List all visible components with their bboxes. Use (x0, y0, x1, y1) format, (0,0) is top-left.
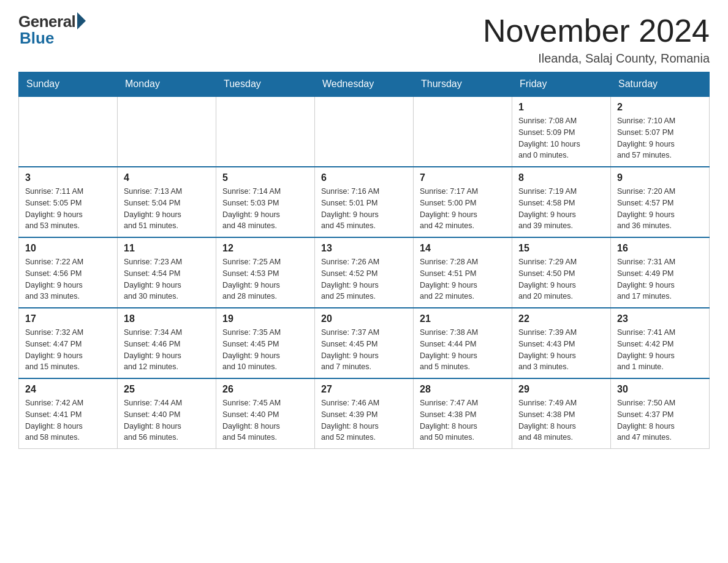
day-number: 13 (321, 243, 407, 254)
calendar-cell: 4Sunrise: 7:13 AM Sunset: 5:04 PM Daylig… (118, 167, 216, 237)
calendar-cell: 2Sunrise: 7:10 AM Sunset: 5:07 PM Daylig… (611, 96, 710, 167)
day-number: 22 (518, 313, 604, 324)
logo-blue-text: Blue (20, 29, 54, 48)
calendar-cell: 15Sunrise: 7:29 AM Sunset: 4:50 PM Dayli… (512, 237, 611, 308)
day-info: Sunrise: 7:26 AM Sunset: 4:52 PM Dayligh… (321, 256, 407, 302)
calendar-cell: 19Sunrise: 7:35 AM Sunset: 4:45 PM Dayli… (216, 308, 315, 378)
day-number: 24 (25, 384, 111, 395)
day-info: Sunrise: 7:11 AM Sunset: 5:05 PM Dayligh… (25, 186, 111, 232)
day-info: Sunrise: 7:34 AM Sunset: 4:46 PM Dayligh… (124, 327, 210, 373)
calendar-cell (118, 96, 216, 167)
calendar-week-row: 17Sunrise: 7:32 AM Sunset: 4:47 PM Dayli… (19, 308, 710, 378)
day-number: 25 (124, 384, 210, 395)
day-number: 2 (617, 102, 703, 113)
day-number: 30 (617, 384, 703, 395)
day-of-week-header: Monday (118, 72, 216, 97)
day-number: 26 (222, 384, 308, 395)
calendar-cell (414, 96, 512, 167)
day-of-week-header: Wednesday (315, 72, 414, 97)
day-of-week-header: Sunday (19, 72, 118, 97)
calendar-cell: 18Sunrise: 7:34 AM Sunset: 4:46 PM Dayli… (118, 308, 216, 378)
day-info: Sunrise: 7:44 AM Sunset: 4:40 PM Dayligh… (124, 397, 210, 443)
calendar-cell: 5Sunrise: 7:14 AM Sunset: 5:03 PM Daylig… (216, 167, 315, 237)
day-info: Sunrise: 7:39 AM Sunset: 4:43 PM Dayligh… (518, 327, 604, 373)
day-number: 19 (222, 313, 308, 324)
calendar-cell: 21Sunrise: 7:38 AM Sunset: 4:44 PM Dayli… (414, 308, 512, 378)
day-info: Sunrise: 7:22 AM Sunset: 4:56 PM Dayligh… (25, 256, 111, 302)
day-info: Sunrise: 7:08 AM Sunset: 5:09 PM Dayligh… (518, 115, 604, 161)
day-of-week-header: Saturday (611, 72, 710, 97)
day-of-week-header: Thursday (414, 72, 512, 97)
day-info: Sunrise: 7:45 AM Sunset: 4:40 PM Dayligh… (222, 397, 308, 443)
calendar-cell: 9Sunrise: 7:20 AM Sunset: 4:57 PM Daylig… (611, 167, 710, 237)
day-number: 6 (321, 172, 407, 183)
day-info: Sunrise: 7:14 AM Sunset: 5:03 PM Dayligh… (222, 186, 308, 232)
calendar-cell: 29Sunrise: 7:49 AM Sunset: 4:38 PM Dayli… (512, 378, 611, 449)
day-info: Sunrise: 7:49 AM Sunset: 4:38 PM Dayligh… (518, 397, 604, 443)
calendar-cell: 14Sunrise: 7:28 AM Sunset: 4:51 PM Dayli… (414, 237, 512, 308)
calendar-cell (216, 96, 315, 167)
day-number: 1 (518, 102, 604, 113)
day-info: Sunrise: 7:25 AM Sunset: 4:53 PM Dayligh… (222, 256, 308, 302)
logo-arrow-icon (77, 12, 86, 29)
calendar-cell: 20Sunrise: 7:37 AM Sunset: 4:45 PM Dayli… (315, 308, 414, 378)
day-number: 15 (518, 243, 604, 254)
logo: General Blue (18, 12, 86, 48)
calendar-table: SundayMondayTuesdayWednesdayThursdayFrid… (18, 72, 710, 449)
day-info: Sunrise: 7:50 AM Sunset: 4:37 PM Dayligh… (617, 397, 703, 443)
day-info: Sunrise: 7:29 AM Sunset: 4:50 PM Dayligh… (518, 256, 604, 302)
day-info: Sunrise: 7:41 AM Sunset: 4:42 PM Dayligh… (617, 327, 703, 373)
title-section: November 2024 Ileanda, Salaj County, Rom… (483, 12, 710, 66)
day-number: 11 (124, 243, 210, 254)
calendar-cell: 17Sunrise: 7:32 AM Sunset: 4:47 PM Dayli… (19, 308, 118, 378)
day-number: 10 (25, 243, 111, 254)
day-of-week-header: Friday (512, 72, 611, 97)
calendar-cell: 13Sunrise: 7:26 AM Sunset: 4:52 PM Dayli… (315, 237, 414, 308)
day-info: Sunrise: 7:47 AM Sunset: 4:38 PM Dayligh… (420, 397, 506, 443)
calendar-cell: 24Sunrise: 7:42 AM Sunset: 4:41 PM Dayli… (19, 378, 118, 449)
day-info: Sunrise: 7:16 AM Sunset: 5:01 PM Dayligh… (321, 186, 407, 232)
day-number: 17 (25, 313, 111, 324)
day-number: 12 (222, 243, 308, 254)
day-info: Sunrise: 7:35 AM Sunset: 4:45 PM Dayligh… (222, 327, 308, 373)
day-number: 20 (321, 313, 407, 324)
calendar-cell: 26Sunrise: 7:45 AM Sunset: 4:40 PM Dayli… (216, 378, 315, 449)
day-number: 18 (124, 313, 210, 324)
day-number: 3 (25, 172, 111, 183)
location-text: Ileanda, Salaj County, Romania (483, 52, 710, 66)
page-header: General Blue November 2024 Ileanda, Sala… (18, 12, 710, 66)
calendar-cell: 3Sunrise: 7:11 AM Sunset: 5:05 PM Daylig… (19, 167, 118, 237)
day-info: Sunrise: 7:38 AM Sunset: 4:44 PM Dayligh… (420, 327, 506, 373)
calendar-cell: 27Sunrise: 7:46 AM Sunset: 4:39 PM Dayli… (315, 378, 414, 449)
calendar-cell: 30Sunrise: 7:50 AM Sunset: 4:37 PM Dayli… (611, 378, 710, 449)
calendar-cell: 23Sunrise: 7:41 AM Sunset: 4:42 PM Dayli… (611, 308, 710, 378)
day-number: 5 (222, 172, 308, 183)
calendar-cell: 10Sunrise: 7:22 AM Sunset: 4:56 PM Dayli… (19, 237, 118, 308)
calendar-cell: 16Sunrise: 7:31 AM Sunset: 4:49 PM Dayli… (611, 237, 710, 308)
day-of-week-header: Tuesday (216, 72, 315, 97)
day-info: Sunrise: 7:17 AM Sunset: 5:00 PM Dayligh… (420, 186, 506, 232)
calendar-week-row: 3Sunrise: 7:11 AM Sunset: 5:05 PM Daylig… (19, 167, 710, 237)
day-number: 8 (518, 172, 604, 183)
calendar-week-row: 24Sunrise: 7:42 AM Sunset: 4:41 PM Dayli… (19, 378, 710, 449)
calendar-cell: 25Sunrise: 7:44 AM Sunset: 4:40 PM Dayli… (118, 378, 216, 449)
day-number: 28 (420, 384, 506, 395)
calendar-cell: 6Sunrise: 7:16 AM Sunset: 5:01 PM Daylig… (315, 167, 414, 237)
day-number: 4 (124, 172, 210, 183)
day-info: Sunrise: 7:23 AM Sunset: 4:54 PM Dayligh… (124, 256, 210, 302)
day-info: Sunrise: 7:10 AM Sunset: 5:07 PM Dayligh… (617, 115, 703, 161)
month-title: November 2024 (483, 12, 710, 49)
day-info: Sunrise: 7:42 AM Sunset: 4:41 PM Dayligh… (25, 397, 111, 443)
day-info: Sunrise: 7:20 AM Sunset: 4:57 PM Dayligh… (617, 186, 703, 232)
day-info: Sunrise: 7:46 AM Sunset: 4:39 PM Dayligh… (321, 397, 407, 443)
calendar-cell: 7Sunrise: 7:17 AM Sunset: 5:00 PM Daylig… (414, 167, 512, 237)
day-number: 14 (420, 243, 506, 254)
day-number: 9 (617, 172, 703, 183)
day-number: 21 (420, 313, 506, 324)
day-info: Sunrise: 7:19 AM Sunset: 4:58 PM Dayligh… (518, 186, 604, 232)
day-number: 27 (321, 384, 407, 395)
day-info: Sunrise: 7:13 AM Sunset: 5:04 PM Dayligh… (124, 186, 210, 232)
day-info: Sunrise: 7:28 AM Sunset: 4:51 PM Dayligh… (420, 256, 506, 302)
calendar-cell (315, 96, 414, 167)
day-info: Sunrise: 7:37 AM Sunset: 4:45 PM Dayligh… (321, 327, 407, 373)
